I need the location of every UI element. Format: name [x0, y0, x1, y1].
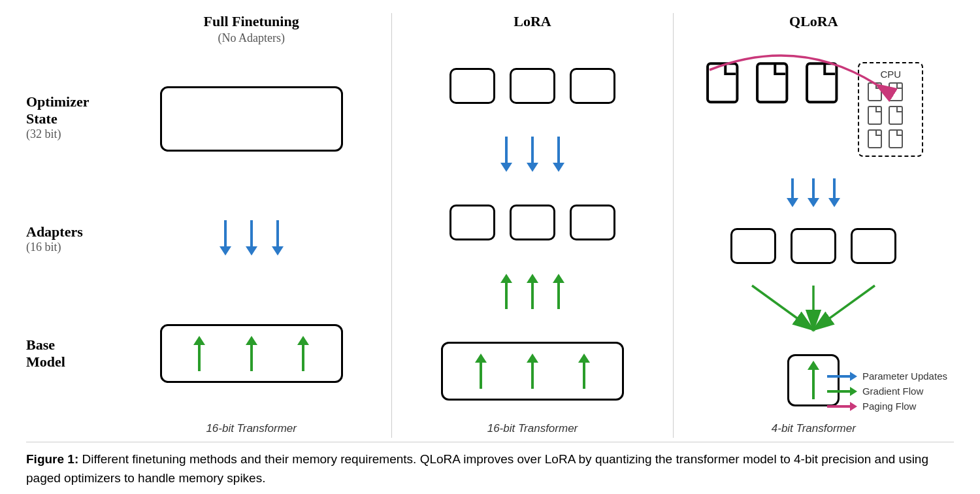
svg-rect-4: [868, 83, 881, 101]
lora-base-model-box: [441, 342, 624, 401]
lora-subtitle: [531, 31, 534, 45]
qlora-subtitle: [812, 31, 815, 45]
cpu-box: CPU: [858, 62, 923, 157]
caption-text: Different finetuning methods and their m…: [26, 452, 928, 485]
legend-gradient-flow-label: Gradient Flow: [862, 386, 923, 397]
cpu-doc-4: [888, 106, 906, 127]
lora-content: [392, 52, 672, 417]
base-model-label: Base Model: [26, 337, 105, 370]
qlora-page-icons: [704, 62, 843, 107]
cpu-doc-1: [867, 82, 885, 103]
full-optimizer-box: [160, 86, 343, 152]
lora-adapter-boxes: [449, 205, 615, 240]
lora-green-arrow-2: [527, 274, 538, 309]
svg-rect-6: [868, 107, 881, 124]
legend-paging-flow-label: Paging Flow: [862, 401, 917, 412]
legend-paging-flow: Paging Flow: [827, 401, 947, 412]
cpu-doc-6: [888, 129, 906, 150]
full-green-arrow-2: [246, 336, 257, 371]
caption: Figure 1: Different finetuning methods a…: [26, 442, 954, 487]
lora-blue-arrow-1: [500, 137, 512, 172]
qlora-blue-arrows: [787, 178, 840, 207]
full-green-arrow-1: [193, 336, 205, 371]
lora-base-green-arrow-1: [475, 354, 487, 389]
full-finetuning-content: [111, 52, 391, 417]
lora-base-green-arrow-2: [527, 354, 538, 389]
cpu-doc-5: [867, 129, 885, 150]
qlora-adapter-box-3: [851, 228, 896, 264]
legend: Parameter Updates Gradient Flow Paging F…: [827, 370, 947, 412]
row-labels: Optimizer State (32 bit) Adapters (16 bi…: [26, 13, 111, 438]
qlora-page-icon-1: [704, 62, 744, 107]
cpu-label: CPU: [880, 69, 901, 80]
full-finetuning-title: Full Finetuning: [204, 13, 299, 30]
qlora-section: QLoRA: [674, 13, 954, 438]
qlora-title: QLoRA: [789, 13, 838, 30]
full-blue-arrow-1: [220, 220, 231, 255]
lora-blue-arrow-3: [553, 137, 564, 172]
cpu-doc-2: [888, 82, 906, 103]
svg-rect-5: [889, 83, 902, 101]
full-green-arrow-3: [297, 336, 309, 371]
lora-green-arrow-3: [553, 274, 564, 309]
cpu-doc-3: [867, 106, 885, 127]
full-blue-arrows: [220, 220, 284, 255]
qlora-page-icon-2: [753, 62, 794, 107]
lora-base-green-arrow-3: [578, 354, 590, 389]
caption-bold: Figure 1:: [26, 452, 78, 466]
lora-adapter-box-2: [510, 205, 555, 240]
svg-rect-8: [868, 130, 881, 148]
optimizer-state-label: Optimizer State (32 bit): [26, 93, 105, 141]
qlora-converging-arrows-svg: [722, 286, 905, 338]
lora-green-arrow-1: [500, 274, 512, 309]
full-finetuning-section: Full Finetuning (No Adapters): [111, 13, 392, 438]
columns-area: Full Finetuning (No Adapters): [111, 13, 954, 438]
svg-rect-9: [889, 130, 902, 148]
svg-rect-7: [889, 107, 902, 124]
lora-blue-arrows: [500, 137, 564, 172]
qlora-page-icon-3: [803, 62, 843, 107]
svg-rect-3: [807, 64, 836, 103]
lora-optimizer-boxes: [449, 68, 615, 104]
diagram-area: Optimizer State (32 bit) Adapters (16 bi…: [26, 13, 954, 438]
full-base-model-box: [160, 324, 343, 383]
full-blue-arrow-3: [272, 220, 284, 255]
legend-pink-arrow: [827, 402, 857, 411]
full-blue-arrow-2: [246, 220, 257, 255]
lora-green-arrows: [500, 274, 564, 309]
full-finetuning-footer: 16-bit Transformer: [206, 422, 297, 438]
qlora-adapter-boxes: [730, 228, 896, 264]
lora-optimizer-box-3: [570, 68, 615, 104]
lora-optimizer-box-1: [449, 68, 495, 104]
legend-parameter-updates: Parameter Updates: [827, 370, 947, 382]
lora-adapter-box-3: [570, 205, 615, 240]
cpu-doc-icons: [867, 82, 914, 150]
qlora-adapter-box-1: [730, 228, 776, 264]
qlora-base-green-arrow: [808, 361, 819, 399]
lora-blue-arrow-2: [527, 137, 538, 172]
lora-footer: 16-bit Transformer: [487, 422, 578, 438]
legend-green-arrow: [827, 387, 857, 396]
legend-gradient-flow: Gradient Flow: [827, 386, 947, 397]
qlora-footer: 4-bit Transformer: [772, 422, 856, 438]
svg-rect-0: [708, 64, 737, 103]
lora-section: LoRA: [392, 13, 673, 438]
qlora-content: CPU: [674, 52, 954, 417]
lora-adapter-box-1: [449, 205, 495, 240]
svg-line-16: [752, 286, 813, 330]
svg-rect-2: [757, 64, 787, 103]
qlora-blue-arrow-2: [808, 178, 819, 207]
full-finetuning-subtitle: (No Adapters): [218, 31, 284, 45]
adapters-label: Adapters (16 bit): [26, 223, 105, 254]
svg-line-18: [813, 286, 875, 330]
qlora-blue-arrow-1: [787, 178, 798, 207]
lora-title: LoRA: [514, 13, 551, 30]
qlora-blue-arrow-3: [828, 178, 840, 207]
lora-optimizer-box-2: [510, 68, 555, 104]
legend-blue-arrow: [827, 372, 857, 381]
qlora-adapter-box-2: [791, 228, 836, 264]
legend-parameter-updates-label: Parameter Updates: [862, 370, 947, 382]
